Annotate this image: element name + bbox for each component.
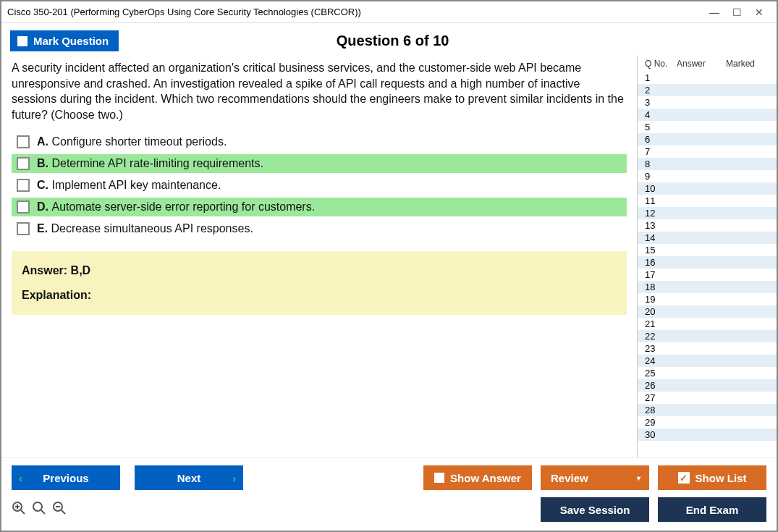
- option-checkbox[interactable]: [17, 200, 30, 214]
- question-list-row[interactable]: 17: [638, 269, 777, 281]
- question-number: 19: [645, 294, 677, 305]
- minimize-icon[interactable]: —: [709, 7, 719, 18]
- question-list-row[interactable]: 24: [638, 355, 777, 367]
- question-list-row[interactable]: 20: [638, 305, 777, 318]
- question-number: 17: [645, 269, 677, 280]
- option-row[interactable]: C. Implement API key maintenance.: [12, 176, 627, 195]
- question-list-row[interactable]: 18: [638, 281, 777, 293]
- show-answer-checkbox-icon: [434, 473, 444, 483]
- options-list: A. Configure shorter timeout periods.B. …: [12, 132, 627, 238]
- show-list-check-icon: ✓: [678, 472, 690, 484]
- option-checkbox[interactable]: [17, 157, 30, 170]
- close-icon[interactable]: ✕: [755, 7, 764, 18]
- question-list-row[interactable]: 1: [638, 72, 777, 84]
- question-number: 28: [645, 405, 677, 415]
- zoom-controls: [12, 501, 67, 519]
- question-list-row[interactable]: 9: [638, 170, 777, 182]
- question-list-row[interactable]: 29: [638, 416, 777, 428]
- show-list-label: Show List: [695, 472, 747, 484]
- mark-question-label: Mark Question: [33, 35, 109, 47]
- end-exam-button[interactable]: End Exam: [658, 497, 766, 522]
- question-list-row[interactable]: 30: [638, 428, 777, 441]
- question-list-row[interactable]: 12: [638, 207, 777, 219]
- question-list-row[interactable]: 6: [638, 133, 777, 145]
- end-exam-label: End Exam: [686, 504, 739, 516]
- question-list-row[interactable]: 23: [638, 342, 777, 355]
- question-number: 16: [645, 257, 677, 268]
- zoom-out-icon[interactable]: [52, 501, 67, 519]
- option-row[interactable]: D. Automate server-side error reporting …: [12, 198, 627, 216]
- option-label: D. Automate server-side error reporting …: [37, 200, 315, 214]
- question-list-row[interactable]: 2: [638, 84, 777, 96]
- question-text: A security incident affected an organiza…: [12, 60, 627, 122]
- option-checkbox[interactable]: [17, 135, 30, 148]
- question-list-row[interactable]: 8: [638, 158, 777, 170]
- show-answer-button[interactable]: Show Answer: [423, 465, 532, 490]
- option-label: C. Implement API key maintenance.: [37, 179, 221, 192]
- svg-point-4: [33, 502, 42, 511]
- header-answer: Answer: [677, 59, 726, 69]
- option-label: B. Determine API rate-limiting requireme…: [37, 157, 263, 170]
- option-label: A. Configure shorter timeout periods.: [37, 135, 227, 148]
- option-row[interactable]: E. Decrease simultaneous API responses.: [12, 219, 627, 238]
- review-button[interactable]: Review ▾: [541, 465, 649, 490]
- svg-line-1: [21, 510, 25, 514]
- question-list-panel: Q No. Answer Marked 12345678910111213141…: [637, 56, 777, 457]
- footer-row-1: ‹ Previous Next › Show Answer Review ▾ ✓…: [12, 465, 766, 490]
- question-list-row[interactable]: 22: [638, 330, 777, 342]
- question-list-header: Q No. Answer Marked: [638, 56, 777, 72]
- question-number: 9: [645, 171, 677, 182]
- zoom-in-icon[interactable]: [12, 501, 26, 519]
- question-list-row[interactable]: 15: [638, 244, 777, 256]
- question-list-row[interactable]: 7: [638, 145, 777, 158]
- header-marked: Marked: [726, 59, 772, 69]
- zoom-reset-icon[interactable]: [32, 501, 46, 519]
- question-list-row[interactable]: 3: [638, 96, 777, 109]
- question-number: 20: [645, 306, 677, 317]
- question-number: 25: [645, 368, 677, 379]
- next-button[interactable]: Next ›: [135, 465, 243, 490]
- question-list-row[interactable]: 26: [638, 379, 777, 392]
- question-list[interactable]: 1234567891011121314151617181920212223242…: [638, 72, 777, 457]
- question-number: 8: [645, 159, 677, 169]
- question-counter-title: Question 6 of 10: [119, 33, 768, 49]
- question-number: 6: [645, 134, 677, 145]
- question-list-row[interactable]: 28: [638, 404, 777, 416]
- question-number: 24: [645, 355, 677, 366]
- question-list-row[interactable]: 21: [638, 318, 777, 330]
- question-list-row[interactable]: 16: [638, 256, 777, 269]
- explanation-label: Explanation:: [22, 289, 617, 302]
- question-list-row[interactable]: 10: [638, 182, 777, 195]
- option-checkbox[interactable]: [17, 179, 30, 192]
- question-list-row[interactable]: 25: [638, 367, 777, 379]
- question-number: 15: [645, 245, 677, 256]
- question-list-row[interactable]: 11: [638, 195, 777, 207]
- previous-button[interactable]: ‹ Previous: [12, 465, 120, 490]
- chevron-left-icon: ‹: [19, 472, 22, 484]
- show-answer-label: Show Answer: [450, 472, 521, 484]
- option-label: E. Decrease simultaneous API responses.: [37, 222, 253, 235]
- question-number: 27: [645, 392, 677, 403]
- question-list-row[interactable]: 14: [638, 232, 777, 244]
- question-number: 4: [645, 109, 677, 120]
- next-label: Next: [177, 472, 201, 484]
- question-number: 2: [645, 85, 677, 96]
- main-column: A security incident affected an organiza…: [1, 56, 637, 457]
- show-list-button[interactable]: ✓ Show List: [658, 465, 766, 490]
- header-qno: Q No.: [645, 59, 677, 69]
- mark-question-button[interactable]: Mark Question: [10, 30, 119, 51]
- titlebar: Cisco 350-201 (Performing CyberOps Using…: [1, 1, 777, 23]
- question-list-row[interactable]: 19: [638, 293, 777, 305]
- question-number: 12: [645, 208, 677, 219]
- option-row[interactable]: A. Configure shorter timeout periods.: [12, 132, 627, 151]
- maximize-icon[interactable]: ☐: [732, 7, 742, 18]
- option-checkbox[interactable]: [17, 222, 30, 235]
- question-list-row[interactable]: 27: [638, 392, 777, 404]
- question-list-row[interactable]: 5: [638, 121, 777, 133]
- save-session-button[interactable]: Save Session: [541, 497, 649, 522]
- question-list-row[interactable]: 13: [638, 219, 777, 232]
- svg-line-5: [41, 510, 45, 514]
- question-list-row[interactable]: 4: [638, 109, 777, 121]
- option-row[interactable]: B. Determine API rate-limiting requireme…: [12, 154, 627, 173]
- question-number: 26: [645, 380, 677, 391]
